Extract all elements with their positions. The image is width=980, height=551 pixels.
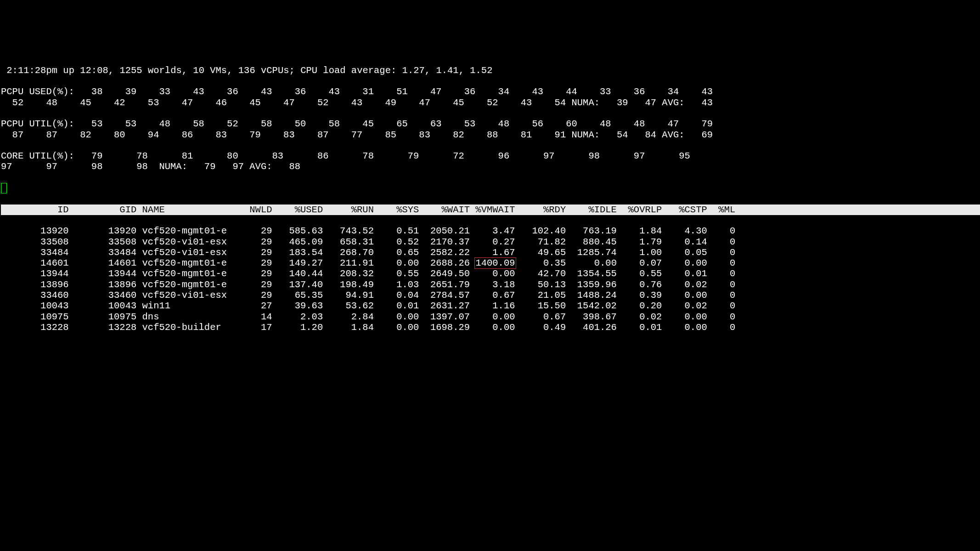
vmwait-highlight: 1400.09 [474, 257, 516, 269]
core-util-line: CORE UTIL(%): 79 78 81 80 83 86 78 79 72… [1, 151, 980, 172]
table-row[interactable]: 13896 13896 vcf520-mgmt01-e 29 137.40 19… [1, 279, 980, 290]
table-body: 13920 13920 vcf520-mgmt01-e 29 585.63 74… [1, 226, 980, 333]
pcpu-util-line: PCPU UTIL(%): 53 53 48 58 52 58 50 58 45… [1, 119, 980, 140]
load-5: 1.41 [436, 65, 458, 76]
table-row[interactable]: 10975 10975 dns 14 2.03 2.84 0.00 1397.0… [1, 312, 980, 322]
cursor-line [1, 183, 980, 193]
table-row[interactable]: 14601 14601 vcf520-mgmt01-e 29 149.27 21… [1, 258, 980, 268]
table-header: ID GID NAME NWLD %USED %RUN %SYS %WAIT %… [1, 204, 980, 215]
cursor-icon [1, 183, 7, 193]
table-row[interactable]: 33508 33508 vcf520-vi01-esx 29 465.09 65… [1, 237, 980, 247]
uptime: 12:08 [80, 65, 108, 76]
vcpus-count: 136 [238, 65, 255, 76]
table-row[interactable]: 13920 13920 vcf520-mgmt01-e 29 585.63 74… [1, 226, 980, 236]
load-15: 1.52 [470, 65, 492, 76]
table-row[interactable]: 10043 10043 win11 27 39.63 53.62 0.01 26… [1, 301, 980, 311]
pcpu-used-line: PCPU USED(%): 38 39 33 43 36 43 36 43 31… [1, 86, 980, 108]
time: 2:11:28pm [6, 65, 57, 76]
load-1: 1.27 [402, 65, 425, 76]
table-row[interactable]: 13944 13944 vcf520-mgmt01-e 29 140.44 20… [1, 268, 980, 279]
table-row[interactable]: 33460 33460 vcf520-vi01-esx 29 65.35 94.… [1, 290, 980, 301]
table-row[interactable]: 33484 33484 vcf520-vi01-esx 29 183.54 26… [1, 247, 980, 258]
vms-count: 10 [193, 65, 204, 76]
esxtop-screen: { "summary": { "time": "2:11:28pm", "up_… [0, 22, 980, 344]
summary-line: 2:11:28pm up 12:08, 1255 worlds, 10 VMs,… [1, 65, 980, 76]
table-row[interactable]: 13228 13228 vcf520-builder 17 1.20 1.84 … [1, 322, 980, 333]
worlds-count: 1255 [119, 65, 142, 76]
